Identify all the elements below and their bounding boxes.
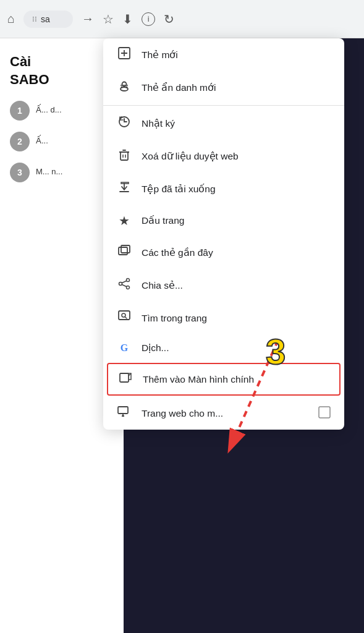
svg-rect-23 <box>119 311 130 320</box>
downloads-label: Tệp đã tải xuống <box>142 184 216 195</box>
refresh-icon[interactable]: ↻ <box>164 12 174 27</box>
menu-item-new-tab[interactable]: Thẻ mới <box>103 38 344 71</box>
recent-tabs-label: Các thẻ gần đây <box>142 247 213 258</box>
menu-item-find[interactable]: Tìm trong trang <box>103 302 344 334</box>
menu-item-share[interactable]: Chia sẻ... <box>103 269 344 302</box>
incognito-icon <box>117 79 132 96</box>
browser-bar: ⌂ ⁝⁝ sa → ☆ ⬇ i ↻ <box>0 0 364 38</box>
bookmarks-icon: ★ <box>117 213 132 228</box>
history-icon <box>117 115 132 132</box>
bookmarks-label: Dấu trang <box>142 215 184 226</box>
svg-line-22 <box>122 284 127 287</box>
menu-item-translate[interactable]: G Dịch... <box>103 334 344 362</box>
svg-point-18 <box>127 279 130 282</box>
svg-line-21 <box>122 281 127 283</box>
desktop-site-label: Trang web cho m... <box>142 408 223 419</box>
step-text-1: Ấ... d... <box>36 101 62 116</box>
menu-item-recent-tabs[interactable]: Các thẻ gần đây <box>103 236 344 269</box>
recent-tabs-icon <box>117 244 132 261</box>
svg-rect-26 <box>120 373 129 382</box>
svg-rect-17 <box>121 245 130 253</box>
download-icon[interactable]: ⬇ <box>122 12 133 27</box>
svg-rect-31 <box>319 407 330 418</box>
step-text-2: Ấ... <box>36 132 48 147</box>
address-bar[interactable]: ⁝⁝ sa <box>23 11 73 28</box>
clear-data-label: Xoá dữ liệu duyệt web <box>142 151 239 162</box>
downloads-icon <box>117 181 132 197</box>
share-label: Chia sẻ... <box>142 280 183 291</box>
desktop-site-icon <box>117 405 132 422</box>
address-text: sa <box>41 14 50 24</box>
step-1: 1 Ấ... d... <box>10 101 114 121</box>
forward-icon[interactable]: → <box>82 12 94 26</box>
page-title: CàiSABO <box>10 53 114 88</box>
step-circle-1: 1 <box>10 101 30 121</box>
menu-item-downloads[interactable]: Tệp đã tải xuống <box>103 172 344 205</box>
divider-1 <box>103 105 344 106</box>
find-label: Tìm trong trang <box>142 313 207 324</box>
menu-item-add-to-home[interactable]: Thêm vào Màn hình chính <box>107 363 341 396</box>
home-icon[interactable]: ⌂ <box>7 12 15 26</box>
svg-rect-28 <box>118 407 128 414</box>
svg-point-5 <box>121 87 123 88</box>
history-label: Nhật ký <box>142 118 175 129</box>
add-to-home-icon <box>118 371 133 388</box>
menu-item-history[interactable]: Nhật ký <box>103 107 344 140</box>
step-3: 3 M... n... <box>10 163 114 182</box>
svg-point-20 <box>127 286 130 289</box>
step-text-3: M... n... <box>36 163 62 177</box>
menu-item-clear-data[interactable]: Xoá dữ liệu duyệt web <box>103 140 344 172</box>
add-to-home-label: Thêm vào Màn hình chính <box>143 374 254 385</box>
share-icon <box>117 277 132 294</box>
svg-point-6 <box>126 87 128 88</box>
desktop-site-checkbox[interactable] <box>318 406 331 421</box>
annotation-number: 3 <box>266 334 286 370</box>
translate-icon: G <box>117 342 132 354</box>
new-tab-icon <box>117 46 132 63</box>
find-icon <box>117 310 132 326</box>
translate-label: Dịch... <box>142 342 169 354</box>
context-menu: Thẻ mới Thẻ ẩn danh mới Nhật ký <box>103 38 344 430</box>
new-tab-label: Thẻ mới <box>142 49 178 61</box>
menu-item-incognito[interactable]: Thẻ ẩn danh mới <box>103 71 344 104</box>
menu-item-desktop-site[interactable]: Trang web cho m... <box>103 397 344 430</box>
menu-item-bookmarks[interactable]: ★ Dấu trang <box>103 205 344 236</box>
svg-line-25 <box>125 317 127 319</box>
step-circle-2: 2 <box>10 132 30 151</box>
step-2: 2 Ấ... <box>10 132 114 151</box>
svg-point-19 <box>119 283 122 286</box>
clear-data-icon <box>117 148 132 164</box>
svg-rect-16 <box>119 247 127 255</box>
svg-rect-9 <box>121 152 128 160</box>
info-icon[interactable]: i <box>142 12 155 26</box>
incognito-label: Thẻ ẩn danh mới <box>142 82 216 93</box>
step-circle-3: 3 <box>10 163 30 182</box>
bookmark-icon[interactable]: ☆ <box>103 12 114 27</box>
